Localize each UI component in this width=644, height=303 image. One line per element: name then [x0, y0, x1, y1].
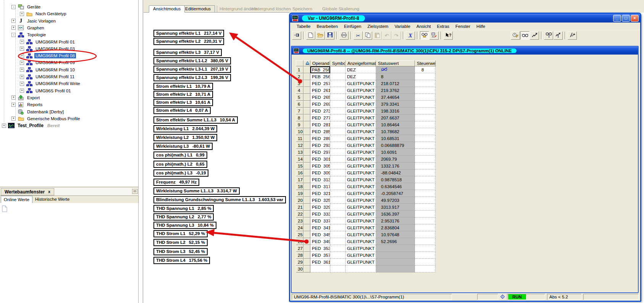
marker-cell[interactable]	[303, 114, 310, 121]
row-number-cell[interactable]: 19	[296, 190, 303, 197]
format-cell[interactable]: DEZ	[345, 73, 376, 80]
expander-plus-icon[interactable]: +	[20, 54, 24, 58]
operand-cell[interactable]: PED 325	[310, 197, 330, 204]
control-value-cell[interactable]	[415, 238, 436, 245]
variable-table-titlebar[interactable]: UMG96RM-Profil-8 -- @UMG96-RM-Profil-8\S…	[292, 47, 638, 55]
control-value-cell[interactable]	[415, 218, 436, 224]
panel-restore-button[interactable]: ▭	[132, 189, 138, 194]
marker-cell[interactable]	[303, 121, 310, 128]
format-cell[interactable]: GLEITPUNKT	[345, 121, 376, 128]
symbol-cell[interactable]	[330, 169, 345, 176]
operand-cell[interactable]: PED 273	[310, 108, 330, 114]
format-cell[interactable]: GLEITPUNKT	[345, 169, 376, 176]
expander-plus-icon[interactable]: +	[11, 26, 16, 30]
marker-cell[interactable]	[303, 135, 310, 142]
symbol-cell[interactable]	[330, 204, 345, 211]
menu-item-ansicht[interactable]: Ansicht	[413, 23, 434, 29]
symbol-cell[interactable]	[330, 197, 345, 204]
marker-cell[interactable]	[303, 204, 310, 211]
tab-editiermodus[interactable]: Editiermodus	[181, 5, 215, 13]
symbol-cell[interactable]	[330, 128, 345, 135]
marker-cell[interactable]	[303, 259, 310, 266]
row-number-cell[interactable]: 17	[296, 176, 303, 183]
control-value-cell[interactable]	[415, 252, 436, 259]
menu-item-hilfe[interactable]: Hilfe	[473, 23, 488, 29]
control-value-cell[interactable]	[415, 197, 436, 204]
status-value-cell[interactable]: -0.2058747	[376, 190, 415, 197]
format-cell[interactable]: GLEITPUNKT	[345, 204, 376, 211]
operand-cell[interactable]: PED 293	[310, 142, 330, 149]
status-value-cell[interactable]	[376, 266, 415, 272]
format-cell[interactable]: GLEITPUNKT	[345, 163, 376, 169]
tree-item-umg96rm-profil-10[interactable]: +UMG96RM Profil 10	[20, 66, 76, 73]
marker-cell[interactable]	[303, 211, 310, 218]
operand-cell[interactable]: PED 305	[310, 163, 330, 169]
status-value-cell[interactable]	[376, 259, 415, 266]
status-value-cell[interactable]: 2.836804	[376, 224, 415, 231]
modify-variable-button[interactable]	[530, 31, 539, 40]
operand-cell[interactable]: PED 333	[310, 211, 330, 218]
tree-item-umg96rm-profil-09[interactable]: +UMG96RM Profil 09	[20, 59, 76, 66]
format-cell[interactable]: GLEITPUNKT	[345, 238, 376, 245]
control-value-cell[interactable]	[415, 183, 436, 190]
marker-cell[interactable]	[303, 176, 310, 183]
operand-cell[interactable]: PED 345	[310, 231, 330, 238]
operand-cell[interactable]: PED 341	[310, 224, 330, 231]
expander-plus-icon[interactable]: +	[20, 82, 24, 86]
row-number-cell[interactable]: 3	[296, 80, 303, 87]
symbol-cell[interactable]	[330, 94, 345, 101]
menu-item-tabelle[interactable]: Tabelle	[294, 23, 313, 29]
cut-button[interactable]: ✂	[353, 31, 363, 40]
open-button[interactable]	[316, 31, 325, 40]
control-value-cell[interactable]	[415, 94, 436, 101]
column-header-symbol[interactable]: Symbol	[330, 60, 345, 66]
row-number-cell[interactable]: 13	[296, 149, 303, 156]
tree-item-test-profile[interactable]: +Test_ProfileBereit	[2, 122, 60, 129]
minimize-button[interactable]: _	[613, 15, 621, 22]
row-number-cell[interactable]: 15	[296, 163, 303, 169]
row-number-cell[interactable]: 28	[296, 252, 303, 259]
symbol-cell[interactable]	[330, 66, 345, 73]
operand-cell[interactable]: PAB 256	[310, 66, 330, 73]
control-value-cell[interactable]	[415, 204, 436, 211]
format-cell[interactable]: GLEITPUNKT	[345, 252, 376, 259]
control-value-cell[interactable]	[415, 259, 436, 266]
status-value-cell[interactable]: 2069.79	[376, 156, 415, 163]
status-value-cell[interactable]: 10.97648	[376, 231, 415, 238]
format-cell[interactable]: GLEITPUNKT	[345, 87, 376, 94]
format-cell[interactable]: GLEITPUNKT	[345, 190, 376, 197]
symbol-cell[interactable]	[330, 259, 345, 266]
var-window-titlebar[interactable]: Var - UMG96RM-Profil-8 _ □ ×	[290, 14, 640, 23]
panel-divider[interactable]	[138, 0, 139, 303]
expander-minus-icon[interactable]: -	[11, 33, 16, 37]
status-value-cell[interactable]	[376, 245, 415, 252]
row-number-cell[interactable]: 30	[296, 266, 303, 272]
control-value-cell[interactable]	[415, 176, 436, 183]
save-button[interactable]	[325, 31, 334, 40]
symbol-cell[interactable]	[330, 231, 345, 238]
marker-cell[interactable]	[303, 87, 310, 94]
operand-cell[interactable]: PED 329	[310, 204, 330, 211]
tree-item-export[interactable]: +Export	[11, 94, 41, 101]
marker-cell[interactable]	[303, 80, 310, 87]
format-cell[interactable]: GLEITPUNKT	[345, 183, 376, 190]
column-header-steuerwert[interactable]: Steuerwert	[415, 60, 436, 66]
format-cell[interactable]: GLEITPUNKT	[345, 101, 376, 108]
row-number-cell[interactable]: 29	[296, 259, 303, 266]
pin-button[interactable]	[292, 31, 301, 40]
operand-cell[interactable]: PED 317	[310, 183, 330, 190]
operand-cell[interactable]: PED 361	[310, 259, 330, 266]
symbol-cell[interactable]	[330, 163, 345, 169]
tab-historische-werte[interactable]: Historische Werte	[32, 196, 73, 203]
operand-cell[interactable]: PED 357	[310, 252, 330, 259]
operand-cell[interactable]: PED 281	[310, 121, 330, 128]
format-cell[interactable]: GLEITPUNKT	[345, 218, 376, 224]
expander-plus-icon[interactable]: +	[11, 95, 16, 100]
marker-cell[interactable]	[303, 238, 310, 245]
control-value-cell[interactable]	[415, 211, 436, 218]
row-number-cell[interactable]: 8	[296, 114, 303, 121]
status-value-cell[interactable]: 0.9878518	[376, 176, 415, 183]
operand-cell[interactable]: PED 289	[310, 135, 330, 142]
tree-item-ger-te[interactable]: -Geräte	[11, 3, 42, 10]
monitor-variable-button[interactable]	[520, 31, 529, 40]
